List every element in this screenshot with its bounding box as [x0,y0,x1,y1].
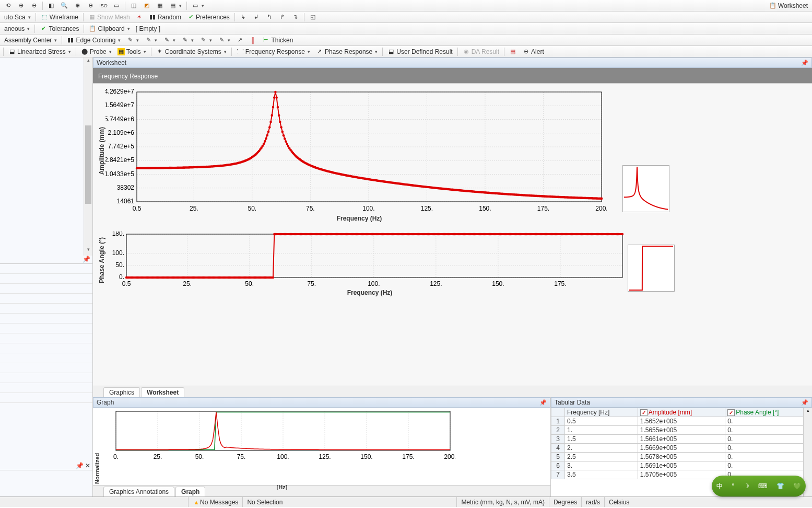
cell-amp[interactable]: 1.5678e+005 [638,453,725,461]
phase-ylabel: Phase Angle (°) [98,237,105,283]
scroll-down-icon[interactable]: ▾ [84,247,92,256]
svg-point-580 [272,276,274,279]
aneous-dropdown[interactable]: aneous [2,25,32,33]
scroll-thumb[interactable] [85,125,91,204]
scroll-up-icon[interactable]: ▴ [84,57,92,66]
select-icon[interactable]: ▭ [111,2,122,10]
cell-freq[interactable]: 2.5 [565,453,638,461]
table-row-num: 1 [551,417,565,426]
cell-phase[interactable]: 0. [725,453,812,461]
tools-dropdown[interactable]: ▦Tools [115,48,148,56]
zoom-in-icon[interactable]: ⊕ [15,2,27,10]
assembly-center-dropdown[interactable]: Assembly Center [2,36,59,44]
pen-icon-5[interactable]: ✎ [197,36,214,44]
pin-icon-ws[interactable]: 📌 [801,60,808,66]
amplitude-minimap[interactable] [622,165,669,212]
cell-phase[interactable]: 0. [725,435,812,444]
pin-icon[interactable]: 📌 [83,256,90,263]
zoomfit-icon[interactable]: 🔍 [58,2,70,10]
cell-phase[interactable]: 0. [725,426,812,435]
coord-icon-2[interactable]: ↲ [251,13,262,21]
cell-freq[interactable]: 3. [565,461,638,470]
worksheet-button-top[interactable]: 📋Worksheet [767,2,810,10]
alert-button[interactable]: ⊖Alert [520,48,546,56]
pen-icon-3[interactable]: ✎ [161,36,178,44]
ime-floating-badge[interactable]: 中°☽ ⌨👕💚 [712,476,806,497]
tab-worksheet[interactable]: Worksheet [141,387,184,397]
cell-phase[interactable]: 0. [725,417,812,426]
row-header-blank [551,408,565,417]
thicken-button[interactable]: ⊢Thicken [260,36,295,44]
col-frequency[interactable]: Frequency [Hz] [565,408,638,417]
pin-icon-tab[interactable]: 📌 [801,399,808,406]
svg-point-161 [280,126,283,129]
probe-dropdown[interactable]: ⬤Probe [79,48,114,56]
col-phase[interactable]: Phase Angle [°] [725,408,812,417]
pen-icon-1[interactable]: ✎ [124,36,141,44]
freq-response-dropdown[interactable]: ⋮⋮Frequency Response [234,48,312,56]
table-row-num: 6 [551,461,565,470]
triad-icon[interactable]: ✶ [134,13,145,21]
coord-icon-5[interactable]: ↴ [290,13,301,21]
tab-graphics[interactable]: Graphics [103,387,140,397]
col-amplitude[interactable]: Amplitude [mm] [638,408,725,417]
cell-amp[interactable]: 1.5691e+005 [638,461,725,470]
cell-amp[interactable]: 1.5655e+005 [638,426,725,435]
linearized-stress-dropdown[interactable]: ⬓Linearized Stress [6,48,73,56]
edge-coloring-dropdown[interactable]: ▮▮Edge Coloring [65,36,123,44]
cell-phase[interactable]: 0. [725,461,812,470]
cell-freq[interactable]: 1. [565,426,638,435]
autoscale-button[interactable]: uto Sca [2,13,33,21]
pen-icon-6[interactable]: ✎ [216,36,232,44]
box-icon[interactable]: ◫ [128,2,139,10]
cell-phase[interactable]: 0. [725,444,812,453]
random-button[interactable]: ▮▮Random [147,13,183,21]
clipboard-dropdown[interactable]: 📋Clipboard [87,25,132,33]
cell-amp[interactable]: 1.5705e+005 [638,470,725,479]
coord-icon-4[interactable]: ↱ [277,13,288,21]
close-icon[interactable]: ✕ [85,462,90,469]
wireframe-button[interactable]: ⬚Wireframe [39,13,80,21]
ruler-icon[interactable]: ║ [247,36,258,44]
user-defined-result-button[interactable]: ⬓User Defined Result [385,48,454,56]
arrow-icon[interactable]: ↗ [234,36,245,44]
window-dropdown[interactable]: ▭ [190,2,206,10]
svg-text:150.: 150. [360,453,372,460]
cell-amp[interactable]: 1.5661e+005 [638,435,725,444]
preferences-button[interactable]: ✔Preferences [185,13,232,21]
tolerances-button[interactable]: ✔Tolerances [38,25,81,33]
normalized-chart[interactable]: 0.25.50.75.100.125.150.175.200. [100,409,455,461]
cell-amp[interactable]: 1.5669e+005 [638,444,725,453]
coord-systems-dropdown[interactable]: ✶Coordinate Systems [154,48,229,56]
cell-freq[interactable]: 3.5 [565,470,638,479]
phase-minimap[interactable] [628,245,675,292]
cell-freq[interactable]: 0.5 [565,417,638,426]
svg-point-145 [262,145,264,147]
phase-chart[interactable]: 0.525.50.75.100.125.150.175.0.50.100.180… [105,232,628,289]
zoom-out-icon[interactable]: ⊖ [28,2,40,10]
coord-icon-3[interactable]: ↰ [264,13,275,21]
pen-icon-2[interactable]: ✎ [143,36,159,44]
coord-icon-1[interactable]: ↳ [238,13,249,21]
refresh-icon[interactable]: ⟲ [2,2,14,10]
cell-amp[interactable]: 1.5652e+005 [638,417,725,426]
table-row-num: 3 [551,435,565,444]
iso-icon[interactable]: ISO [98,2,109,10]
cell-freq[interactable]: 2. [565,444,638,453]
phase-response-dropdown[interactable]: ↗Phase Response [314,48,380,56]
cell-freq[interactable]: 1.5 [565,435,638,444]
alert-icon[interactable]: ▤ [507,48,519,56]
scrollbar[interactable]: ▴ ▾ [84,57,92,256]
svg-text:25.: 25. [183,280,192,287]
view-icon[interactable]: ◧ [45,2,57,10]
pin-icon-2[interactable]: 📌 [76,462,84,469]
cube-icon[interactable]: ◱ [307,13,319,21]
zoom-icon-3[interactable]: ⊖ [85,2,96,10]
palette-icon[interactable]: ◩ [141,2,152,10]
pen-icon-4[interactable]: ✎ [179,36,196,44]
pin-icon-graph[interactable]: 📌 [539,399,547,406]
render-dropdown[interactable]: ▤ [167,2,184,10]
zoom-icon-2[interactable]: ⊕ [72,2,83,10]
box2-icon[interactable]: ▦ [154,2,166,10]
amplitude-chart[interactable]: 0.525.50.75.100.125.150.175.200.14061383… [105,87,607,215]
